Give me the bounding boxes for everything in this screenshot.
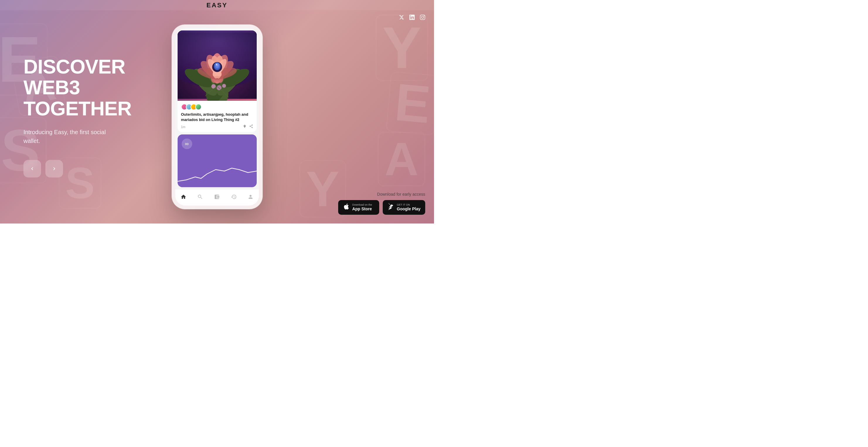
app-store-text: Download on the App Store <box>352 203 372 212</box>
hero-section: DISCOVER WEB3 TOGETHER Introducing Easy,… <box>24 56 131 178</box>
google-play-sub: GET IT ON <box>397 203 421 206</box>
svg-point-23 <box>216 64 217 65</box>
chart-wave <box>178 164 257 187</box>
hero-subtitle: Introducing Easy, the first social walle… <box>24 128 111 145</box>
social-icons <box>399 14 425 21</box>
chart-symbol: ∞ <box>185 141 189 147</box>
profile-nav-icon[interactable] <box>248 194 253 201</box>
nft-actions <box>243 124 253 129</box>
history-nav-icon[interactable] <box>231 194 237 201</box>
nft-image <box>178 30 257 101</box>
logo: EASY <box>207 1 228 9</box>
boost-icon[interactable] <box>243 124 247 129</box>
app-store-main: App Store <box>352 206 372 212</box>
phone-mockup: Outerlimits, artisanjpeg, hooplah and ma… <box>172 25 262 209</box>
home-nav-icon[interactable] <box>181 194 186 201</box>
download-section: Download for early access Download on th… <box>338 192 425 215</box>
wallet-nav-icon[interactable] <box>214 194 220 201</box>
next-button[interactable] <box>45 160 63 178</box>
chart-logo: ∞ <box>182 138 192 149</box>
phone-screen: Outerlimits, artisanjpeg, hooplah and ma… <box>175 28 259 205</box>
header: EASY <box>0 0 434 10</box>
linkedin-icon[interactable] <box>409 14 415 21</box>
google-play-text: GET IT ON Google Play <box>397 203 421 212</box>
main-content: DISCOVER WEB3 TOGETHER Introducing Easy,… <box>0 10 434 224</box>
bottom-nav <box>175 190 259 205</box>
nft-info: Outerlimits, artisanjpeg, hooplah and ma… <box>178 101 257 132</box>
hero-title: DISCOVER WEB3 TOGETHER <box>24 56 131 119</box>
nft-title: Outerlimits, artisanjpeg, hooplah and ma… <box>181 112 253 122</box>
google-play-main: Google Play <box>397 206 421 212</box>
nav-buttons <box>24 160 131 178</box>
twitter-icon[interactable] <box>399 14 404 21</box>
instagram-icon[interactable] <box>420 14 425 21</box>
chart-card: ∞ <box>178 134 257 187</box>
nft-card: Outerlimits, artisanjpeg, hooplah and ma… <box>178 30 257 132</box>
svg-point-26 <box>222 84 226 88</box>
google-play-icon <box>388 203 395 212</box>
app-store-sub: Download on the <box>352 203 372 206</box>
google-play-button[interactable]: GET IT ON Google Play <box>383 200 425 215</box>
share-icon[interactable] <box>249 124 253 129</box>
download-label: Download for early access <box>338 192 425 196</box>
store-buttons: Download on the App Store GET IT ON Goog… <box>338 200 425 215</box>
nft-time: 1m <box>181 125 186 129</box>
prev-button[interactable] <box>24 160 41 178</box>
search-nav-icon[interactable] <box>197 194 203 201</box>
nft-avatars <box>181 104 253 110</box>
apple-icon <box>343 203 350 212</box>
phone-frame: Outerlimits, artisanjpeg, hooplah and ma… <box>172 25 262 209</box>
avatar-4 <box>195 104 202 110</box>
nft-meta: 1m <box>181 124 253 129</box>
app-store-button[interactable]: Download on the App Store <box>338 200 379 215</box>
